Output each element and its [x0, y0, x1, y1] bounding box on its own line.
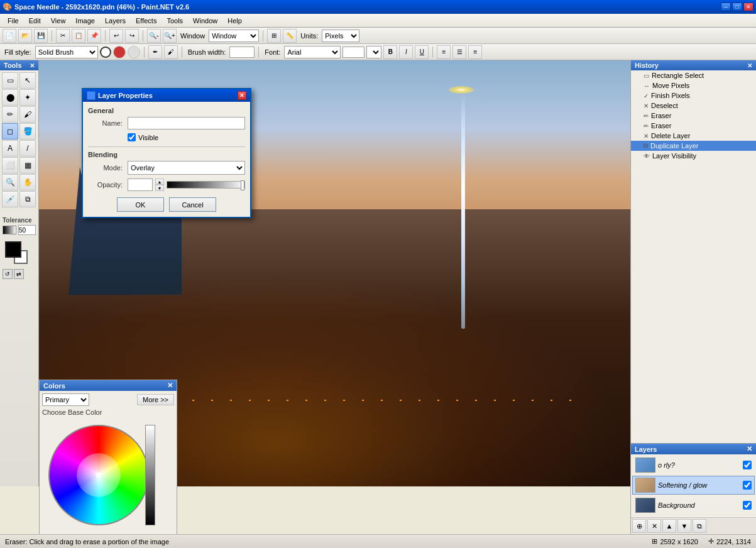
colors-close-btn[interactable]: ✕ — [167, 381, 173, 390]
move-layer-up-btn[interactable]: ▲ — [662, 519, 676, 533]
history-close-btn[interactable]: ✕ — [747, 62, 752, 69]
tool-text[interactable]: A — [2, 140, 18, 156]
zoom-out-btn[interactable]: 🔍- — [147, 29, 161, 43]
opacity-slider[interactable] — [167, 181, 245, 189]
fill-style-select[interactable]: Solid Brush — [35, 46, 98, 58]
reset-colors-btn[interactable]: ↺ — [3, 269, 13, 279]
color-wheel-container[interactable] — [42, 419, 155, 532]
align-left-btn[interactable]: ≡ — [437, 45, 451, 59]
copy-btn[interactable]: 📋 — [72, 29, 85, 43]
layer-visible-softening[interactable] — [743, 481, 752, 490]
history-item-delete-layer[interactable]: ✕ Delete Layer — [631, 131, 756, 141]
layer-item-softening[interactable]: Softening / glow — [632, 476, 755, 495]
history-item-eraser2[interactable]: ✏ Eraser — [631, 121, 756, 131]
undo-btn[interactable]: ↩ — [109, 29, 123, 43]
swap-colors-btn[interactable]: ⇄ — [14, 269, 24, 279]
tools-close[interactable]: ✕ — [30, 62, 35, 69]
pen2-btn[interactable]: 🖌 — [164, 45, 178, 59]
fill-options-btn[interactable] — [100, 47, 111, 58]
duplicate-layer-btn[interactable]: ⧉ — [693, 519, 706, 533]
ok-button[interactable]: OK — [117, 197, 164, 212]
tool-fill[interactable]: 🪣 — [19, 123, 36, 140]
font-size-input[interactable]: 12 — [342, 47, 364, 58]
minimize-btn[interactable]: ─ — [721, 3, 731, 11]
font-size-select[interactable] — [366, 46, 381, 58]
menu-image[interactable]: Image — [70, 16, 100, 26]
maximize-btn[interactable]: □ — [732, 3, 742, 11]
zoom-in-btn[interactable]: 🔍+ — [163, 29, 177, 43]
history-list[interactable]: ▭ Rectangle Select ↔ Move Pixels ✓ Finis… — [631, 70, 756, 471]
color1-btn[interactable] — [113, 46, 126, 58]
history-item-rectangle-select[interactable]: ▭ Rectangle Select — [631, 70, 756, 80]
grid-btn[interactable]: ⊞ — [267, 29, 281, 43]
open-btn[interactable]: 📂 — [18, 29, 32, 43]
tool-zoom[interactable]: 🔍 — [2, 174, 18, 190]
tool-magic-wand[interactable]: ✦ — [19, 89, 36, 106]
window-select[interactable]: Window — [209, 30, 259, 42]
layer-item-background[interactable]: Background — [632, 496, 755, 515]
history-item-duplicate-layer[interactable]: ⧉ Duplicate Layer — [631, 141, 756, 151]
italic-btn[interactable]: I — [399, 45, 413, 59]
menu-view[interactable]: View — [46, 16, 71, 26]
layer-visible-orly[interactable] — [743, 461, 752, 469]
redo-btn[interactable]: ↪ — [125, 29, 139, 43]
units-select[interactable]: Pixels — [322, 30, 359, 42]
opacity-down-btn[interactable]: ▼ — [155, 185, 164, 191]
visible-checkbox[interactable] — [128, 133, 136, 141]
tool-gradient[interactable]: ▦ — [19, 157, 36, 173]
color2-btn[interactable] — [128, 46, 140, 58]
layers-close-btn[interactable]: ✕ — [747, 445, 752, 453]
rulers-btn[interactable]: 📏 — [283, 29, 297, 43]
primary-select[interactable]: Primary Secondary — [42, 393, 89, 406]
more-button[interactable]: More >> — [137, 394, 174, 405]
tolerance-input[interactable] — [18, 225, 36, 235]
tool-pencil[interactable]: ✏ — [2, 106, 18, 123]
tool-move[interactable]: ↖ — [19, 72, 36, 89]
mode-select[interactable]: Normal Multiply Screen Overlay Darken Li… — [128, 161, 245, 175]
tool-lasso[interactable]: ⬤ — [2, 89, 18, 106]
menu-effects[interactable]: Effects — [131, 16, 162, 26]
menu-help[interactable]: Help — [222, 16, 247, 26]
history-item-layer-visibility[interactable]: 👁 Layer Visibility — [631, 151, 756, 161]
history-item-move-pixels[interactable]: ↔ Move Pixels — [631, 80, 756, 90]
tool-line[interactable]: / — [19, 140, 36, 156]
menu-window[interactable]: Window — [188, 16, 222, 26]
underline-btn[interactable]: U — [415, 45, 429, 59]
brush-width-input[interactable]: 50 — [229, 47, 255, 58]
pen-btn[interactable]: ✒ — [148, 45, 162, 59]
tool-clone[interactable]: ⧉ — [19, 191, 36, 207]
bold-btn[interactable]: B — [383, 45, 397, 59]
move-layer-down-btn[interactable]: ▼ — [677, 519, 691, 533]
history-item-eraser1[interactable]: ✏ Eraser — [631, 111, 756, 121]
color-wheel[interactable] — [48, 425, 149, 525]
cut-btn[interactable]: ✂ — [56, 29, 70, 43]
brightness-slider[interactable] — [145, 425, 155, 525]
menu-tools[interactable]: Tools — [162, 16, 188, 26]
add-layer-btn[interactable]: ⊕ — [632, 519, 646, 533]
history-item-finish-pixels[interactable]: ✓ Finish Pixels — [631, 90, 756, 101]
new-btn[interactable]: 📄 — [3, 29, 16, 43]
history-item-deselect[interactable]: ✕ Deselect — [631, 101, 756, 111]
layer-visible-background[interactable] — [743, 501, 752, 510]
cancel-button[interactable]: Cancel — [169, 197, 216, 212]
close-btn[interactable]: ✕ — [743, 3, 753, 11]
align-center-btn[interactable]: ☰ — [452, 45, 466, 59]
tool-eyedropper[interactable]: 💉 — [2, 191, 18, 207]
paste-btn[interactable]: 📌 — [87, 29, 101, 43]
dialog-close-btn[interactable]: ✕ — [238, 91, 246, 100]
font-select[interactable]: Arial — [284, 46, 341, 58]
delete-layer-btn[interactable]: ✕ — [647, 519, 661, 533]
dialog-title-bar[interactable]: Layer Properties ✕ — [83, 89, 250, 102]
tool-select[interactable]: ▭ — [2, 72, 18, 89]
opacity-input[interactable]: 255 — [128, 178, 153, 191]
menu-edit[interactable]: Edit — [24, 16, 46, 26]
layer-item-orly[interactable]: o rly? — [632, 456, 755, 474]
menu-layers[interactable]: Layers — [100, 16, 131, 26]
save-btn[interactable]: 💾 — [34, 29, 48, 43]
name-input[interactable]: Softening / glow — [128, 117, 245, 129]
tool-shape[interactable]: ⬜ — [2, 157, 18, 173]
opacity-up-btn[interactable]: ▲ — [155, 178, 164, 185]
menu-file[interactable]: File — [3, 16, 24, 26]
tool-brush[interactable]: 🖌 — [19, 106, 36, 123]
align-right-btn[interactable]: ≡ — [468, 45, 482, 59]
